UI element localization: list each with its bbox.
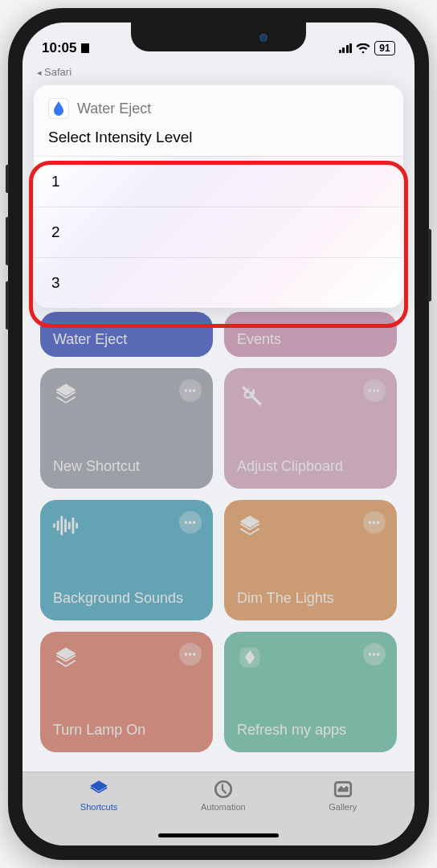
wifi-icon [356, 43, 370, 54]
svg-rect-4 [68, 522, 71, 529]
layers-icon [53, 381, 79, 407]
waveform-icon [53, 513, 79, 538]
svg-rect-5 [72, 518, 75, 534]
svg-rect-0 [53, 523, 55, 528]
layers-icon [53, 645, 79, 670]
tab-shortcuts[interactable]: Shortcuts [80, 779, 117, 845]
battery-level: 91 [374, 41, 395, 55]
scissors-icon [237, 381, 263, 407]
intensity-option-3[interactable]: 3 [34, 257, 403, 308]
gallery-tab-icon [331, 779, 355, 800]
back-to-app-link[interactable]: Safari [37, 66, 71, 78]
cellular-signal-icon [339, 43, 353, 53]
svg-rect-6 [76, 522, 78, 529]
intensity-option-1[interactable]: 1 [34, 156, 403, 207]
volume-down-button [6, 281, 9, 330]
shortcuts-tab-icon [87, 779, 111, 800]
more-icon[interactable]: ••• [179, 511, 202, 534]
shortcut-adjust-clipboard[interactable]: ••• Adjust Clipboard [224, 368, 397, 489]
shortcut-water-eject[interactable]: Water Eject [40, 312, 213, 357]
svg-rect-3 [64, 519, 67, 533]
shortcut-background-sounds[interactable]: ••• Background Sounds [40, 500, 213, 620]
mute-switch [6, 165, 9, 193]
water-drop-icon [48, 98, 69, 119]
home-indicator[interactable] [158, 833, 279, 837]
automation-tab-icon [211, 779, 235, 800]
diamond-icon [237, 645, 263, 670]
shortcut-new-shortcut[interactable]: ••• New Shortcut [40, 368, 213, 489]
svg-rect-2 [60, 516, 63, 535]
volume-up-button [6, 217, 9, 265]
more-icon[interactable]: ••• [363, 379, 386, 402]
screen: 10:05 91 Safari Water Eject Events [22, 23, 415, 845]
more-icon[interactable]: ••• [179, 379, 202, 402]
power-button [428, 229, 431, 301]
more-icon[interactable]: ••• [363, 511, 386, 534]
shortcut-dim-lights[interactable]: ••• Dim The Lights [224, 500, 397, 620]
tab-gallery[interactable]: Gallery [329, 779, 357, 845]
shortcut-refresh-apps[interactable]: ••• Refresh my apps [224, 632, 397, 752]
battery-indicator: 91 [374, 41, 395, 55]
status-time: 10:05 [42, 40, 76, 56]
intensity-modal: Water Eject Select Intensity Level 1 2 3 [34, 85, 403, 308]
phone-frame: 10:05 91 Safari Water Eject Events [8, 8, 429, 860]
intensity-options-list: 1 2 3 [34, 156, 403, 308]
svg-rect-1 [57, 520, 59, 530]
layers-icon [237, 513, 263, 538]
status-indicator-icon [81, 43, 89, 53]
shortcut-turn-lamp-on[interactable]: ••• Turn Lamp On [40, 632, 213, 752]
modal-prompt: Select Intensity Level [34, 122, 403, 156]
more-icon[interactable]: ••• [363, 643, 386, 665]
more-icon[interactable]: ••• [179, 643, 202, 665]
intensity-option-2[interactable]: 2 [34, 207, 403, 257]
modal-app-name: Water Eject [77, 100, 151, 117]
shortcut-events[interactable]: Events [224, 312, 397, 357]
notch [131, 23, 306, 51]
